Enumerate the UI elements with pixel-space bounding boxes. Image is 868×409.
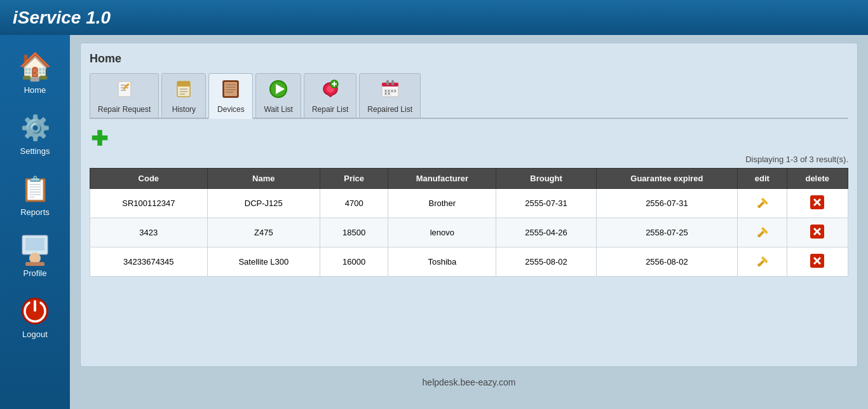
edit-button[interactable] [756, 255, 768, 269]
sidebar-item-reports[interactable]: 📋 Reports [0, 163, 70, 225]
delete-icon [810, 195, 824, 209]
table-row: SR100112347DCP-J1254700Brother2555-07-31… [90, 189, 848, 218]
tabs-bar: Repair Request History [90, 73, 848, 119]
table-row: 34233674345Satellite L30016000Toshiba255… [90, 247, 848, 277]
table-cell: 16000 [320, 247, 388, 277]
gear-icon: ⚙️ [16, 110, 54, 145]
delete-icon [810, 254, 824, 268]
profile-icon [16, 232, 54, 267]
reports-icon: 📋 [16, 171, 54, 206]
edit-cell [738, 218, 787, 247]
delete-button[interactable] [810, 225, 824, 240]
col-code: Code [90, 169, 208, 189]
col-name: Name [207, 169, 320, 189]
svg-point-37 [391, 90, 393, 92]
svg-rect-12 [177, 81, 190, 87]
footer: helpdesk.bee-eazy.com [80, 367, 858, 398]
edit-button[interactable] [756, 197, 768, 211]
home-icon: 🏠 [16, 49, 54, 84]
devices-icon [220, 79, 241, 104]
svg-point-40 [388, 93, 390, 95]
tab-devices[interactable]: Devices [208, 73, 253, 119]
svg-rect-41 [757, 201, 764, 207]
app-title: iService 1.0 [13, 8, 111, 28]
table-cell: Toshiba [388, 247, 496, 277]
tab-repaired-list[interactable]: Repaired List [359, 73, 421, 118]
sidebar-label-settings: Settings [20, 146, 50, 156]
sidebar-item-profile[interactable]: Profile [0, 225, 70, 286]
col-delete: delete [787, 169, 848, 189]
layout: 🏠 Home ⚙️ Settings 📋 Reports Profile [0, 35, 868, 409]
app-header: iService 1.0 [0, 0, 868, 35]
table-cell: 2556-08-02 [596, 247, 738, 277]
table-cell: 2556-07-31 [596, 189, 738, 218]
svg-rect-29 [386, 80, 389, 85]
delete-button[interactable] [810, 195, 824, 211]
table-cell: SR100112347 [90, 189, 208, 218]
svg-point-39 [384, 93, 386, 95]
svg-rect-28 [382, 83, 398, 87]
edit-cell [738, 247, 787, 277]
table-cell: Satellite L300 [207, 247, 320, 277]
tab-history[interactable]: History [161, 73, 206, 118]
tab-label-wait-list: Wait List [264, 105, 293, 114]
tab-label-repair-list: Repair List [312, 105, 348, 114]
page-title: Home [90, 52, 848, 66]
tab-repair-list[interactable]: Repair List [304, 73, 356, 118]
table-cell: 18500 [320, 218, 388, 247]
wait-list-icon [268, 79, 288, 104]
sidebar-item-home[interactable]: 🏠 Home [0, 41, 70, 102]
table-cell: 2555-04-26 [496, 218, 596, 247]
devices-table: Code Name Price Manufacturer Brought Gua… [90, 168, 848, 277]
content-box: Home Repai [80, 43, 858, 367]
delete-cell [787, 218, 848, 247]
logout-icon [16, 293, 54, 328]
main-area: Home Repai [70, 35, 868, 409]
tab-label-devices: Devices [217, 105, 245, 114]
col-price: Price [320, 169, 388, 189]
svg-rect-47 [757, 260, 764, 266]
col-manufacturer: Manufacturer [388, 169, 496, 189]
svg-point-36 [388, 90, 390, 92]
table-cell: 4700 [320, 189, 388, 218]
svg-rect-3 [25, 262, 44, 266]
col-edit: edit [738, 169, 787, 189]
table-cell: 2555-07-31 [496, 189, 596, 218]
svg-rect-5 [34, 300, 36, 312]
add-device-button[interactable]: ✚ [90, 129, 109, 148]
tab-wait-list[interactable]: Wait List [255, 73, 301, 118]
col-guarantee: Guarantee expired [596, 169, 738, 189]
svg-point-38 [394, 90, 396, 92]
table-cell: lenovo [388, 218, 496, 247]
delete-button[interactable] [810, 254, 824, 270]
display-info: Displaying 1-3 of 3 result(s). [90, 155, 848, 164]
table-row: 3423Z47518500lenovo2555-04-262558-07-25 [90, 218, 848, 247]
sidebar-item-logout[interactable]: Logout [0, 286, 70, 347]
sidebar-item-settings[interactable]: ⚙️ Settings [0, 102, 70, 163]
table-cell: 2555-08-02 [496, 247, 596, 277]
table-cell: Brother [388, 189, 496, 218]
delete-icon [810, 225, 824, 239]
footer-text: helpdesk.bee-eazy.com [423, 377, 516, 387]
svg-point-35 [384, 90, 386, 92]
table-header: Code Name Price Manufacturer Brought Gua… [90, 169, 848, 189]
tab-label-repaired-list: Repaired List [367, 105, 412, 114]
table-cell: DCP-J125 [207, 189, 320, 218]
table-cell: Z475 [207, 218, 320, 247]
repair-list-icon [320, 79, 341, 104]
svg-rect-30 [391, 80, 394, 85]
history-icon [173, 79, 194, 104]
tab-label-history: History [172, 105, 196, 114]
sidebar-label-home: Home [24, 85, 46, 95]
tab-label-repair-request: Repair Request [98, 105, 151, 114]
table-body: SR100112347DCP-J1254700Brother2555-07-31… [90, 189, 848, 277]
edit-button[interactable] [756, 226, 768, 240]
tab-repair-request[interactable]: Repair Request [90, 73, 159, 118]
table-cell: 34233674345 [90, 247, 208, 277]
svg-rect-1 [25, 238, 44, 251]
edit-cell [738, 189, 787, 218]
table-cell: 2558-07-25 [596, 218, 738, 247]
sidebar-label-profile: Profile [24, 268, 47, 278]
delete-cell [787, 247, 848, 277]
sidebar-label-logout: Logout [22, 329, 48, 339]
